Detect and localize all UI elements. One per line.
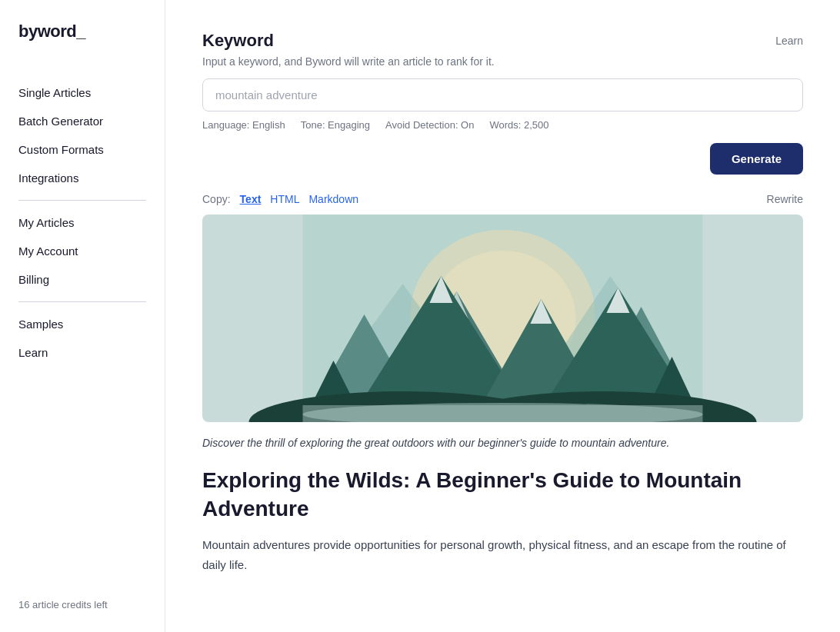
sidebar-item-custom-formats[interactable]: Custom Formats: [18, 135, 146, 164]
nav-tertiary: Samples Learn: [18, 310, 146, 367]
nav-secondary: My Articles My Account Billing: [18, 208, 146, 294]
keyword-subtitle: Input a keyword, and Byword will write a…: [202, 55, 803, 68]
copy-row: Copy: Text HTML Markdown Rewrite: [202, 193, 803, 205]
divider-1: [18, 200, 146, 201]
sidebar-item-my-articles[interactable]: My Articles: [18, 208, 146, 237]
sidebar-item-billing[interactable]: Billing: [18, 265, 146, 294]
sidebar-item-samples[interactable]: Samples: [18, 310, 146, 338]
rewrite-button[interactable]: Rewrite: [767, 193, 803, 205]
article-caption: Discover the thrill of exploring the gre…: [202, 434, 803, 451]
article-title: Exploring the Wilds: A Beginner's Guide …: [202, 467, 803, 523]
sidebar-item-single-articles[interactable]: Single Articles: [18, 78, 146, 107]
logo: byword_: [18, 22, 146, 42]
tone-meta[interactable]: Tone: Engaging: [301, 119, 370, 131]
copy-html-button[interactable]: HTML: [270, 193, 299, 205]
keyword-header: Keyword Learn: [202, 31, 803, 51]
keyword-input[interactable]: [202, 78, 803, 111]
detection-meta[interactable]: Avoid Detection: On: [385, 119, 474, 131]
learn-link[interactable]: Learn: [775, 35, 803, 47]
copy-options-group: Copy: Text HTML Markdown: [202, 193, 358, 205]
mountain-illustration: [202, 215, 803, 422]
sidebar-item-batch-generator[interactable]: Batch Generator: [18, 107, 146, 135]
words-meta[interactable]: Words: 2,500: [489, 119, 548, 131]
article-body: Mountain adventures provide opportunitie…: [202, 535, 803, 574]
article-image: [202, 215, 803, 422]
sidebar: byword_ Single Articles Batch Generator …: [0, 0, 165, 632]
meta-row: Language: English Tone: Engaging Avoid D…: [202, 119, 803, 131]
copy-markdown-button[interactable]: Markdown: [308, 193, 358, 205]
copy-label: Copy:: [202, 193, 231, 205]
sidebar-item-learn[interactable]: Learn: [18, 338, 146, 367]
copy-text-button[interactable]: Text: [240, 193, 262, 205]
generate-row: Generate: [202, 143, 803, 175]
generate-button[interactable]: Generate: [710, 143, 803, 175]
sidebar-item-integrations[interactable]: Integrations: [18, 164, 146, 192]
credits-text: 16 article credits left: [18, 580, 146, 610]
main-content: Keyword Learn Input a keyword, and Bywor…: [165, 0, 840, 632]
sidebar-item-my-account[interactable]: My Account: [18, 237, 146, 265]
keyword-title: Keyword: [202, 31, 274, 51]
language-meta[interactable]: Language: English: [202, 119, 285, 131]
divider-2: [18, 301, 146, 302]
nav-primary: Single Articles Batch Generator Custom F…: [18, 78, 146, 192]
